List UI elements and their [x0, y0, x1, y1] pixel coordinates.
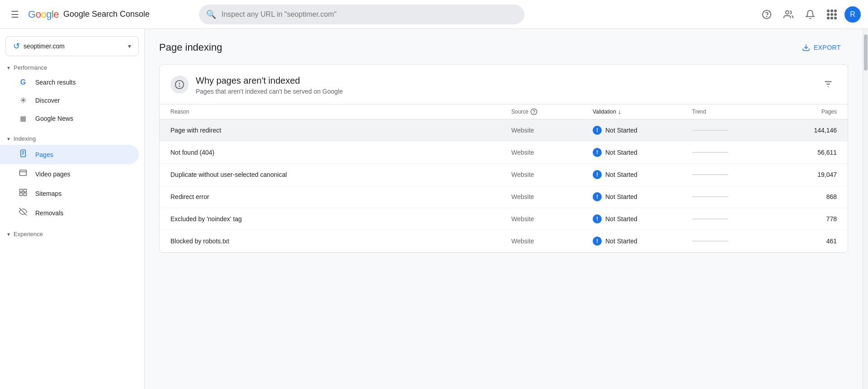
experience-section-header[interactable]: ▾ Experience [0, 226, 144, 240]
menu-button[interactable]: ☰ [7, 5, 23, 24]
removals-icon [18, 208, 28, 218]
main-layout: ↺ seoptimer.com ▾ ▾ Performance G Search… [0, 29, 868, 389]
export-button[interactable]: EXPORT [795, 40, 848, 55]
table-row[interactable]: Redirect error Website ! Not Started 868 [160, 186, 848, 208]
card-subtitle: Pages that aren't indexed can't be serve… [196, 88, 343, 95]
td-source: Website [511, 149, 593, 156]
td-reason: Duplicate without user-selected canonica… [170, 171, 511, 178]
topbar-left: ☰ Google Google Search Console [7, 5, 188, 24]
search-icon: 🔍 [206, 9, 216, 19]
chevron-down-icon: ▾ [128, 43, 131, 50]
trend-line [692, 218, 728, 219]
filter-button[interactable] [820, 76, 837, 95]
card-header: Why pages aren't indexed Pages that aren… [160, 65, 848, 104]
sidebar-item-google-news[interactable]: ▦ Google News [0, 110, 139, 127]
indexing-section-header[interactable]: ▾ Indexing [0, 131, 144, 145]
sort-arrow-icon: ↓ [618, 108, 621, 115]
table-row[interactable]: Not found (404) Website ! Not Started 56… [160, 142, 848, 164]
svg-rect-12 [24, 193, 27, 196]
topbar-right: R [758, 5, 861, 24]
search-results-icon: G [18, 78, 28, 86]
site-name: seoptimer.com [24, 43, 124, 50]
app-title: Google Search Console [63, 9, 150, 19]
td-reason: Excluded by 'noindex' tag [170, 215, 511, 223]
help-button[interactable] [758, 5, 776, 24]
table-row[interactable]: Page with redirect Website ! Not Started… [160, 119, 848, 142]
validation-cell: ! Not Started [593, 192, 692, 201]
td-source: Website [511, 171, 593, 178]
page-header: Page indexing EXPORT [159, 40, 848, 55]
svg-rect-10 [24, 189, 27, 192]
topbar: ☰ Google Google Search Console 🔍 R [0, 0, 868, 29]
logo-google-text: Google [28, 9, 59, 20]
performance-section-header[interactable]: ▾ Performance [0, 60, 144, 74]
avatar[interactable]: R [844, 6, 861, 23]
logo: Google Google Search Console [28, 9, 150, 20]
pages-icon [18, 149, 28, 160]
sitemaps-icon [18, 188, 28, 199]
collapse-arrow-icon-3: ▾ [7, 231, 10, 237]
removals-label: Removals [35, 209, 63, 217]
trend-line [692, 130, 728, 131]
sidebar-item-sitemaps[interactable]: Sitemaps [0, 184, 139, 203]
grid-icon [827, 9, 837, 19]
source-help-icon[interactable] [530, 108, 538, 115]
trend-line [692, 152, 728, 153]
google-news-icon: ▦ [18, 114, 28, 123]
pages-label: Pages [35, 151, 53, 158]
td-reason: Not found (404) [170, 149, 511, 156]
table-row[interactable]: Blocked by robots.txt Website ! Not Star… [160, 230, 848, 252]
validation-cell: ! Not Started [593, 237, 692, 246]
td-source: Website [511, 215, 593, 223]
trend-line [692, 174, 728, 175]
not-started-icon: ! [593, 148, 602, 157]
td-reason: Blocked by robots.txt [170, 237, 511, 245]
discover-label: Discover [35, 97, 60, 104]
export-label: EXPORT [814, 44, 841, 51]
td-trend [692, 152, 783, 153]
table: Reason Source Validation ↓ Trend Pages [160, 104, 848, 252]
td-reason: Redirect error [170, 193, 511, 200]
indexing-label: Indexing [14, 135, 36, 142]
manage-users-button[interactable] [779, 5, 797, 24]
trend-line [692, 241, 728, 242]
td-source: Website [511, 127, 593, 134]
url-search-input[interactable] [222, 10, 517, 19]
notifications-button[interactable] [801, 5, 819, 24]
trend-line [692, 196, 728, 197]
th-source: Source [511, 108, 593, 115]
table-row[interactable]: Duplicate without user-selected canonica… [160, 164, 848, 186]
sidebar-item-search-results[interactable]: G Search results [0, 74, 139, 91]
search-results-label: Search results [35, 79, 75, 86]
main-content: Page indexing EXPORT Why pages aren't in… [145, 29, 863, 389]
scrollbar-thumb[interactable] [864, 34, 868, 71]
not-started-icon: ! [593, 126, 602, 135]
search-bar[interactable]: 🔍 [199, 5, 524, 24]
td-validation: ! Not Started [593, 148, 692, 157]
site-selector[interactable]: ↺ seoptimer.com ▾ [5, 36, 139, 56]
card-title: Why pages aren't indexed [196, 76, 343, 86]
apps-button[interactable] [823, 5, 841, 24]
th-validation[interactable]: Validation ↓ [593, 108, 692, 115]
validation-cell: ! Not Started [593, 170, 692, 179]
th-trend: Trend [692, 108, 783, 115]
sidebar-item-pages[interactable]: Pages [0, 145, 139, 164]
not-started-icon: ! [593, 214, 602, 223]
sidebar-item-removals[interactable]: Removals [0, 203, 139, 223]
sidebar-item-video-pages[interactable]: Video pages [0, 164, 139, 184]
table-row[interactable]: Excluded by 'noindex' tag Website ! Not … [160, 208, 848, 230]
td-pages: 19,047 [783, 171, 837, 178]
svg-rect-11 [20, 193, 23, 196]
td-validation: ! Not Started [593, 237, 692, 246]
sidebar: ↺ seoptimer.com ▾ ▾ Performance G Search… [0, 29, 145, 389]
experience-label: Experience [14, 231, 43, 237]
discover-icon: ✳ [18, 95, 28, 105]
scrollbar[interactable] [863, 29, 868, 389]
validation-cell: ! Not Started [593, 148, 692, 157]
th-reason: Reason [170, 108, 511, 115]
td-trend [692, 130, 783, 131]
info-icon [170, 76, 189, 94]
validation-cell: ! Not Started [593, 126, 692, 135]
sidebar-item-discover[interactable]: ✳ Discover [0, 91, 139, 110]
sitemaps-label: Sitemaps [35, 190, 61, 197]
